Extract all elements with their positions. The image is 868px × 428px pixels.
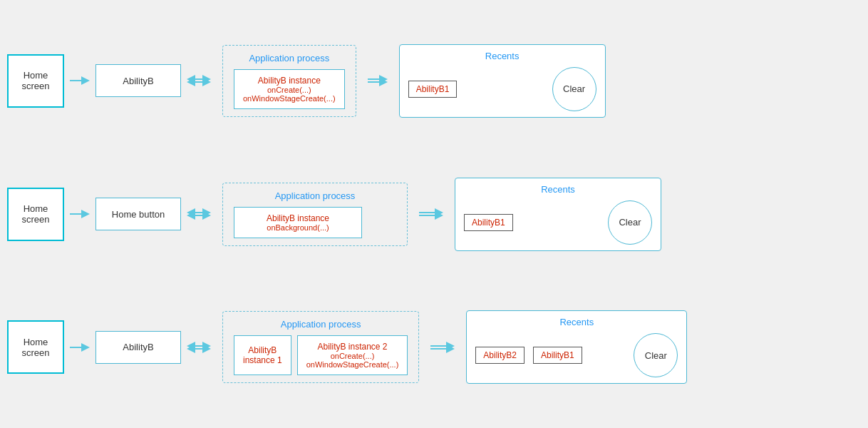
app-process-1: Application process AbilityB instance on… bbox=[222, 45, 356, 117]
app-process-title-1: Application process bbox=[234, 53, 345, 63]
arrow-3b bbox=[185, 341, 212, 354]
arrow-1a bbox=[68, 74, 91, 87]
row-2: Homescreen Home button Application proce… bbox=[7, 148, 861, 281]
ability-b-box-3: AbilityB bbox=[95, 331, 181, 364]
instance-box-3-2: AbilityB instance 2 onCreate(...) onWind… bbox=[297, 335, 408, 375]
home-button-box-2: Home button bbox=[95, 198, 181, 230]
recents-item-3-0: AbilityB2 bbox=[475, 347, 525, 364]
instance-line-1-1-1: onCreate(...) bbox=[243, 86, 336, 94]
arrow-2a bbox=[68, 208, 91, 220]
arrow-3c bbox=[429, 341, 456, 354]
home-screen-box-3: Homescreen bbox=[7, 320, 64, 374]
recents-item-2-0: AbilityB1 bbox=[464, 214, 513, 231]
recents-item-1-0: AbilityB1 bbox=[408, 81, 458, 98]
recents-panel-1: Recents AbilityB1 Clear bbox=[399, 44, 606, 118]
recents-title-2: Recents bbox=[464, 184, 652, 195]
app-process-body-3: AbilityBinstance 1 AbilityB instance 2 o… bbox=[234, 335, 408, 375]
instance-line-2-1-0: AbilityB instance bbox=[243, 213, 353, 223]
home-screen-label-3: Homescreen bbox=[21, 337, 49, 358]
instance-box-2-1: AbilityB instance onBackground(...) bbox=[234, 207, 362, 238]
recents-body-2: AbilityB1 Clear bbox=[464, 200, 652, 245]
app-process-title-2: Application process bbox=[234, 190, 396, 201]
app-process-body-2: AbilityB instance onBackground(...) bbox=[234, 207, 396, 238]
action-label-1: AbilityB bbox=[123, 76, 153, 86]
arrow-2c bbox=[418, 208, 445, 220]
recents-panel-2: Recents AbilityB1 Clear bbox=[455, 178, 661, 251]
row-3: Homescreen AbilityB Application process … bbox=[7, 280, 861, 414]
recents-body-1: AbilityB1 Clear bbox=[408, 67, 596, 111]
instance-box-3-1: AbilityBinstance 1 bbox=[234, 335, 291, 375]
clear-button-1[interactable]: Clear bbox=[552, 67, 596, 111]
app-process-3: Application process AbilityBinstance 1 A… bbox=[222, 311, 419, 383]
arrow-2b bbox=[185, 208, 212, 220]
app-process-title-3: Application process bbox=[234, 319, 408, 330]
app-process-2: Application process AbilityB instance on… bbox=[222, 183, 408, 246]
home-screen-box-1: Home screen bbox=[7, 54, 64, 108]
instance-line-2-1-1: onBackground(...) bbox=[243, 223, 353, 232]
recents-item-3-1: AbilityB1 bbox=[533, 347, 582, 364]
app-process-body-1: AbilityB instance onCreate(...) onWindow… bbox=[234, 69, 345, 109]
arrow-1c bbox=[366, 74, 389, 87]
clear-label-1: Clear bbox=[563, 83, 585, 94]
action-label-3: AbilityB bbox=[123, 342, 153, 352]
instance-line-3-1-0: AbilityBinstance 1 bbox=[243, 345, 282, 365]
instance-line-3-2-2: onWindowStageCreate(...) bbox=[306, 360, 399, 369]
clear-button-2[interactable]: Clear bbox=[608, 200, 652, 245]
ability-b-box-1: AbilityB bbox=[95, 64, 181, 97]
home-screen-box-2: Homescreen bbox=[7, 188, 64, 241]
instance-line-3-2-1: onCreate(...) bbox=[306, 352, 399, 360]
clear-label-3: Clear bbox=[645, 350, 667, 361]
home-screen-label-1: Home screen bbox=[9, 70, 63, 91]
recents-body-3: AbilityB2 AbilityB1 Clear bbox=[475, 333, 678, 377]
instance-line-1-1-2: onWindowStageCreate(...) bbox=[243, 94, 336, 103]
clear-button-3[interactable]: Clear bbox=[634, 333, 678, 377]
instance-line-3-2-0: AbilityB instance 2 bbox=[306, 342, 399, 352]
instance-line-1-1-0: AbilityB instance bbox=[243, 76, 336, 86]
clear-label-2: Clear bbox=[619, 217, 641, 228]
action-label-2: Home button bbox=[112, 209, 165, 220]
row-1: Home screen AbilityB Application process… bbox=[7, 14, 861, 148]
recents-title-1: Recents bbox=[408, 51, 596, 61]
arrow-1b bbox=[185, 74, 212, 87]
arrow-3a bbox=[68, 341, 91, 354]
home-screen-label-2: Homescreen bbox=[21, 203, 49, 225]
diagram-container: Home screen AbilityB Application process… bbox=[0, 0, 868, 428]
instance-box-1-1: AbilityB instance onCreate(...) onWindow… bbox=[234, 69, 345, 109]
recents-title-3: Recents bbox=[475, 317, 678, 327]
recents-panel-3: Recents AbilityB2 AbilityB1 Clear bbox=[466, 310, 687, 384]
